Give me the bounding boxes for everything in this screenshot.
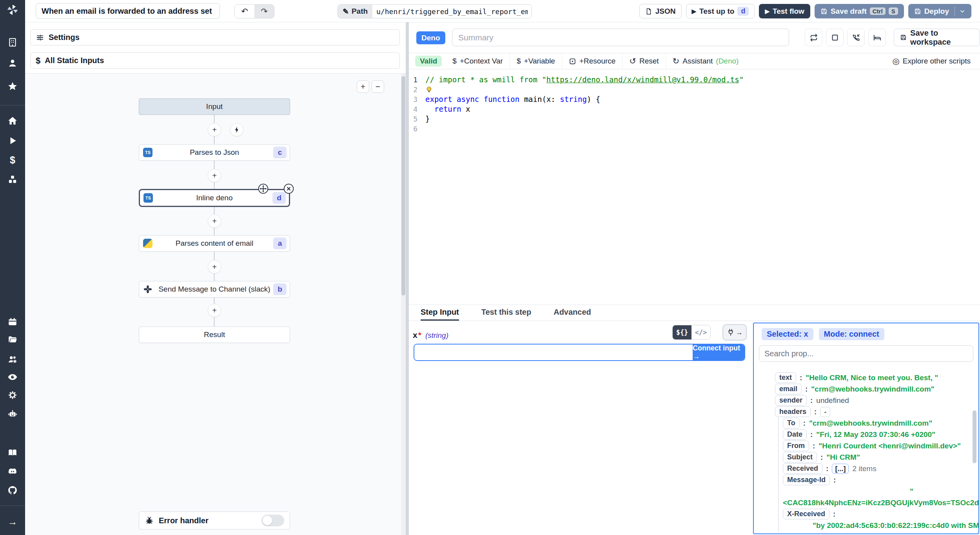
schedules-calendar-icon[interactable] bbox=[0, 316, 25, 328]
docs-book-icon[interactable] bbox=[0, 447, 25, 459]
prop-row[interactable]: To:"crm@webhooks.trywindmill.com" bbox=[754, 417, 978, 429]
save-draft-button[interactable]: Save draft Ctrl S bbox=[815, 4, 904, 18]
stop-square-icon-button[interactable] bbox=[826, 29, 844, 46]
tab-test-this-step[interactable]: Test this step bbox=[481, 305, 531, 321]
sidebar: $ → bbox=[0, 0, 25, 535]
code-editor[interactable]: 1 // import * as wmill from "https://den… bbox=[409, 69, 980, 305]
add-context-var-button[interactable]: $ +Context Var bbox=[446, 53, 510, 69]
workspace-icon[interactable] bbox=[0, 36, 25, 48]
add-step-button[interactable]: + bbox=[208, 123, 221, 136]
flow-node-input[interactable]: Input bbox=[139, 98, 290, 115]
prop-scrollbar-thumb[interactable] bbox=[973, 410, 976, 463]
path-input[interactable] bbox=[372, 5, 532, 18]
flow-node-parses-to-json[interactable]: TS Parses to Json c bbox=[139, 144, 290, 161]
add-step-button[interactable]: + bbox=[208, 304, 221, 317]
search-prop-input[interactable] bbox=[759, 345, 973, 362]
panel-splitter[interactable] bbox=[406, 22, 409, 535]
sleep-bed-icon-button[interactable] bbox=[868, 29, 886, 46]
error-handler-node[interactable]: Error handler bbox=[139, 511, 290, 530]
prop-row[interactable]: " bbox=[754, 486, 978, 497]
redo-button[interactable]: ↷ bbox=[254, 5, 274, 18]
prop-row[interactable]: From:"Henri Courdent <henri@windmill.dev… bbox=[754, 440, 978, 452]
toggle-knob bbox=[263, 516, 272, 525]
prop-row[interactable]: Received:[...]2 items bbox=[754, 463, 978, 474]
delete-node-icon[interactable] bbox=[283, 183, 294, 194]
user-icon[interactable] bbox=[0, 57, 25, 69]
add-resource-button[interactable]: +Resource bbox=[562, 53, 622, 69]
phone-incoming-icon-button[interactable] bbox=[847, 29, 865, 46]
flow-node-result[interactable]: Result bbox=[139, 326, 290, 343]
input-mode-toggle[interactable]: ${} </> bbox=[672, 325, 711, 340]
test-flow-button[interactable]: ▶ Test flow bbox=[759, 4, 810, 18]
code-mode-segment[interactable]: </> bbox=[691, 325, 710, 339]
undo-button[interactable]: ↶ bbox=[235, 5, 254, 18]
resource-box-icon bbox=[569, 58, 576, 65]
connect-plug-button[interactable]: → bbox=[722, 324, 747, 341]
test-up-to-button[interactable]: ▶ Test up to d bbox=[686, 4, 755, 18]
step-value-input[interactable] bbox=[414, 345, 693, 360]
connect-input-button[interactable]: Connect input → bbox=[693, 345, 744, 360]
chevron-down-icon[interactable] bbox=[959, 8, 965, 15]
assistant-button[interactable]: ↻ Assistant (Deno) bbox=[666, 53, 746, 69]
repeat-icon-button[interactable] bbox=[805, 29, 822, 46]
json-button[interactable]: JSON bbox=[639, 4, 682, 18]
all-static-inputs-button[interactable]: $ All Static Inputs bbox=[30, 53, 400, 69]
reset-button[interactable]: ↺ Reset bbox=[622, 53, 666, 69]
prop-row[interactable]: text:"Hello CRM, Nice to meet you. Best,… bbox=[754, 372, 978, 383]
colon: : bbox=[833, 510, 835, 519]
scrollbar-thumb[interactable] bbox=[401, 76, 405, 296]
flow-scrollbar[interactable] bbox=[401, 74, 406, 535]
flow-settings-button[interactable]: Settings bbox=[30, 29, 400, 45]
ai-robot-icon[interactable] bbox=[0, 408, 25, 420]
zoom-in-button[interactable]: + bbox=[357, 80, 369, 93]
audit-eye-icon[interactable] bbox=[0, 371, 25, 383]
trigger-bolt-button[interactable] bbox=[230, 123, 243, 136]
prop-row[interactable]: headers:- bbox=[754, 406, 978, 417]
prop-row[interactable]: sender:undefined bbox=[754, 395, 978, 406]
resources-cubes-icon[interactable] bbox=[0, 174, 25, 185]
zoom-out-button[interactable]: − bbox=[372, 80, 384, 93]
lightbulb-icon[interactable] bbox=[425, 86, 433, 93]
prop-row[interactable]: email:"crm@webhooks.trywindmill.com" bbox=[754, 383, 978, 395]
favorites-star-icon[interactable] bbox=[0, 80, 25, 92]
collapse-arrow-icon[interactable]: → bbox=[0, 516, 25, 528]
flow-canvas[interactable]: + − Input + TS Parses to Json c + TS Inl… bbox=[25, 73, 406, 535]
tab-step-input[interactable]: Step Input bbox=[421, 305, 459, 321]
windmill-logo[interactable] bbox=[0, 4, 25, 16]
move-node-icon[interactable] bbox=[258, 183, 269, 194]
add-step-button[interactable]: + bbox=[208, 169, 221, 182]
array-expand-button[interactable]: [...] bbox=[832, 464, 849, 474]
prop-row[interactable]: Message-Id: bbox=[754, 474, 978, 486]
prop-key: sender bbox=[775, 395, 807, 406]
prop-row[interactable]: Date:"Fri, 12 May 2023 07:30:46 +0200" bbox=[754, 429, 978, 440]
prop-row[interactable]: 20020ad45c63000000b00622199cc4d0mr130276… bbox=[754, 531, 978, 533]
collapse-button[interactable]: - bbox=[820, 407, 830, 417]
flow-node-parses-content[interactable]: Parses content of email a bbox=[139, 235, 290, 252]
add-variable-button[interactable]: $ +Variable bbox=[510, 53, 562, 69]
prop-row[interactable]: <CAC818hk4NphcENz=iKcz2BQGUjkVym8Vos=TSO… bbox=[754, 497, 978, 508]
prop-row[interactable]: Subject:"Hi CRM" bbox=[754, 452, 978, 463]
settings-gear-icon[interactable] bbox=[0, 389, 25, 401]
flow-node-send-slack-message[interactable]: Send Message to Channel (slack) b bbox=[139, 281, 290, 297]
discord-icon[interactable] bbox=[0, 466, 25, 477]
colon: : bbox=[800, 374, 802, 382]
path-group: ✎ Path bbox=[338, 4, 532, 18]
error-handler-toggle[interactable] bbox=[261, 515, 284, 526]
tab-advanced[interactable]: Advanced bbox=[554, 305, 591, 321]
deploy-button[interactable]: Deploy bbox=[908, 4, 971, 18]
template-mode-segment[interactable]: ${} bbox=[673, 325, 691, 339]
home-icon[interactable] bbox=[0, 115, 25, 127]
add-step-button[interactable]: + bbox=[208, 214, 221, 228]
explore-other-scripts-button[interactable]: ◎ Explore other scripts bbox=[892, 56, 980, 66]
runs-play-icon[interactable] bbox=[0, 135, 25, 147]
groups-users-icon[interactable] bbox=[0, 354, 25, 365]
save-to-workspace-button[interactable]: Save to workspace bbox=[894, 29, 980, 46]
github-icon[interactable] bbox=[0, 484, 25, 496]
summary-input[interactable] bbox=[452, 29, 789, 46]
prop-row[interactable]: X-Received: bbox=[754, 508, 978, 520]
prop-row[interactable]: "by 2002:ad4:5c63:0:b0:622:199c:c4d0 wit… bbox=[754, 520, 978, 531]
add-step-button[interactable]: + bbox=[208, 260, 221, 274]
variables-dollar-icon[interactable]: $ bbox=[0, 154, 25, 166]
folders-icon[interactable] bbox=[0, 334, 25, 346]
flow-title-input[interactable] bbox=[36, 3, 220, 19]
